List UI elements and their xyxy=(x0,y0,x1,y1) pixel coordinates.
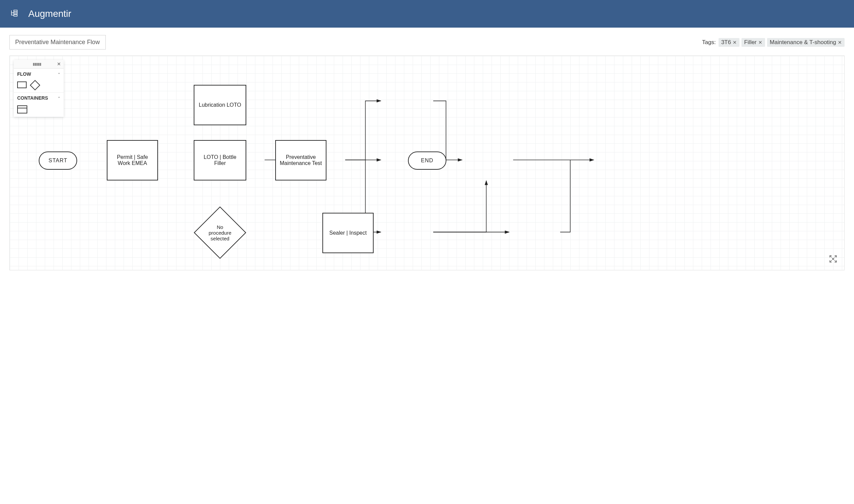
node-label: Lubrication LOTO xyxy=(196,102,244,108)
hierarchy-icon xyxy=(10,9,18,19)
node-label: LOTO | Bottle Filler xyxy=(194,154,246,166)
tags-row: Tags: 3T6 ✕ Filler ✕ Maintenance & T-sho… xyxy=(702,38,844,47)
node-permit[interactable]: Permit | Safe Work EMEA xyxy=(107,140,158,180)
tag-item[interactable]: 3T6 ✕ xyxy=(718,38,739,47)
palette-section-label: FLOW xyxy=(17,71,31,77)
node-loto-bottle[interactable]: LOTO | Bottle Filler xyxy=(194,140,246,180)
svg-rect-1 xyxy=(14,15,17,16)
fit-to-screen-button[interactable] xyxy=(829,254,837,265)
svg-point-8 xyxy=(833,258,834,259)
palette-section-containers[interactable]: CONTAINERS ⌃ xyxy=(14,92,64,103)
diagram-canvas[interactable]: ▮▮▮▮▮ ✕ FLOW ⌃ CONTAINERS ⌃ xyxy=(10,56,844,270)
palette-drag-handle[interactable]: ▮▮▮▮▮ ✕ xyxy=(14,60,64,68)
flow-name-input[interactable] xyxy=(10,35,106,50)
grip-icon: ▮▮▮▮▮ xyxy=(17,62,57,66)
node-sealer[interactable]: Sealer | Inspect xyxy=(323,213,373,253)
close-icon[interactable]: ✕ xyxy=(733,40,737,45)
palette-section-flow[interactable]: FLOW ⌃ xyxy=(14,68,64,79)
close-icon[interactable]: ✕ xyxy=(758,40,762,45)
palette-shape-container[interactable] xyxy=(17,105,27,113)
palette-section-label: CONTAINERS xyxy=(17,95,48,101)
tag-text: Maintenance & T-shooting xyxy=(770,39,836,46)
svg-rect-0 xyxy=(14,10,17,12)
node-label: Sealer | Inspect xyxy=(327,230,369,236)
app-title: Augmentir xyxy=(28,8,71,19)
shape-palette[interactable]: ▮▮▮▮▮ ✕ FLOW ⌃ CONTAINERS ⌃ xyxy=(14,60,64,117)
tag-text: Filler xyxy=(744,39,757,46)
node-end[interactable]: END xyxy=(408,151,447,170)
tag-text: 3T6 xyxy=(721,39,731,46)
node-pm-test[interactable]: Preventative Maintenance Test xyxy=(275,140,327,180)
node-no-procedure[interactable]: No procedure selected xyxy=(202,214,239,251)
tag-item[interactable]: Maintenance & T-shooting ✕ xyxy=(767,38,844,47)
toolbar: Tags: 3T6 ✕ Filler ✕ Maintenance & T-sho… xyxy=(0,28,854,56)
node-label: END xyxy=(421,158,434,164)
close-icon[interactable]: ✕ xyxy=(838,40,842,45)
node-label: Preventative Maintenance Test xyxy=(276,154,326,166)
chevron-up-icon: ⌃ xyxy=(58,96,60,100)
fit-screen-icon xyxy=(829,254,837,263)
palette-shape-process[interactable] xyxy=(17,82,27,88)
container-shapes xyxy=(14,103,64,117)
flow-shapes xyxy=(14,79,64,92)
node-start[interactable]: START xyxy=(39,151,77,170)
close-icon[interactable]: ✕ xyxy=(57,61,61,67)
app-header: Augmentir xyxy=(0,0,854,28)
palette-shape-decision[interactable] xyxy=(30,80,40,90)
tags-label: Tags: xyxy=(702,39,716,46)
tag-item[interactable]: Filler ✕ xyxy=(742,38,765,47)
node-label: START xyxy=(49,158,67,164)
svg-rect-2 xyxy=(14,12,17,14)
node-label: No procedure selected xyxy=(205,224,235,241)
node-lubrication-loto[interactable]: Lubrication LOTO xyxy=(194,85,246,125)
node-label: Permit | Safe Work EMEA xyxy=(107,154,157,166)
chevron-up-icon: ⌃ xyxy=(58,72,60,76)
